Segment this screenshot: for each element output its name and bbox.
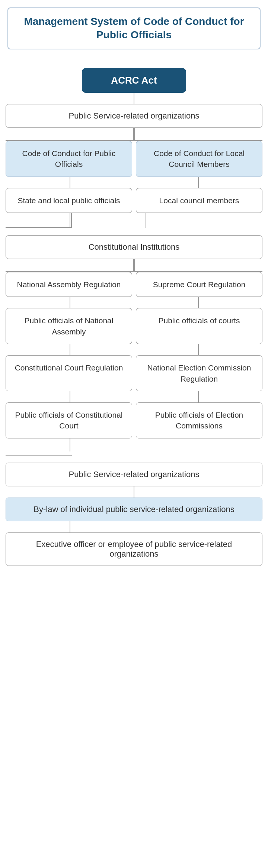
officials-row-1: State and local public officials Local c… bbox=[6, 188, 262, 213]
nat-assembly-reg-box: National Assembly Regulation bbox=[6, 272, 132, 297]
exec-officer-box: Executive officer or employee of public … bbox=[6, 532, 262, 566]
connector-row-5 bbox=[6, 391, 262, 402]
const-court-officials-box: Public officials of Constitutional Court bbox=[6, 402, 132, 438]
local-members-box: Local council members bbox=[136, 188, 262, 213]
merge-connector bbox=[6, 451, 262, 459]
code-local-box: Code of Conduct for Local Council Member… bbox=[136, 141, 262, 177]
nat-election-reg-box: National Election Commission Regulation bbox=[136, 355, 262, 391]
branch-connector-2 bbox=[6, 177, 262, 188]
branch-connector-1 bbox=[6, 128, 262, 141]
code-conduct-row: Code of Conduct for Public Officials Cod… bbox=[6, 141, 262, 177]
constitutional-inst-box: Constitutional Institutions bbox=[6, 235, 262, 259]
connector-line-1 bbox=[134, 93, 134, 104]
public-service-org-box-1: Public Service-related organizations bbox=[6, 104, 262, 128]
connector-row-3 bbox=[6, 297, 262, 308]
supreme-court-reg-box: Supreme Court Regulation bbox=[136, 272, 262, 297]
bylaw-box: By-law of individual public service-rela… bbox=[6, 498, 262, 521]
connector-line-6 bbox=[134, 486, 134, 498]
connector-row-7 bbox=[6, 521, 262, 532]
officials-row-2: Public officials of National Assembly Pu… bbox=[6, 308, 262, 344]
code-public-box: Code of Conduct for Public Officials bbox=[6, 141, 132, 177]
title-box: Management System of Code of Conduct for… bbox=[7, 7, 261, 49]
regulation-row-2: Constitutional Court Regulation National… bbox=[6, 355, 262, 391]
connector-row-4 bbox=[6, 344, 262, 355]
election-officials-box: Public officials of Election Commissions bbox=[136, 402, 262, 438]
public-service-org-box-2: Public Service-related organizations bbox=[6, 463, 262, 486]
court-officials-box: Public officials of courts bbox=[136, 308, 262, 344]
state-local-box: State and local public officials bbox=[6, 188, 132, 213]
officials-row-3: Public officials of Constitutional Court… bbox=[6, 402, 262, 438]
connector-area-5 bbox=[6, 438, 262, 451]
regulation-row-1: National Assembly Regulation Supreme Cou… bbox=[6, 272, 262, 297]
page-title: Management System of Code of Conduct for… bbox=[16, 15, 252, 42]
nat-assembly-officials-box: Public officials of National Assembly bbox=[6, 308, 132, 344]
const-court-reg-box: Constitutional Court Regulation bbox=[6, 355, 132, 391]
acrc-act-button: ACRC Act bbox=[82, 68, 186, 93]
branch-connector-3 bbox=[6, 259, 262, 272]
